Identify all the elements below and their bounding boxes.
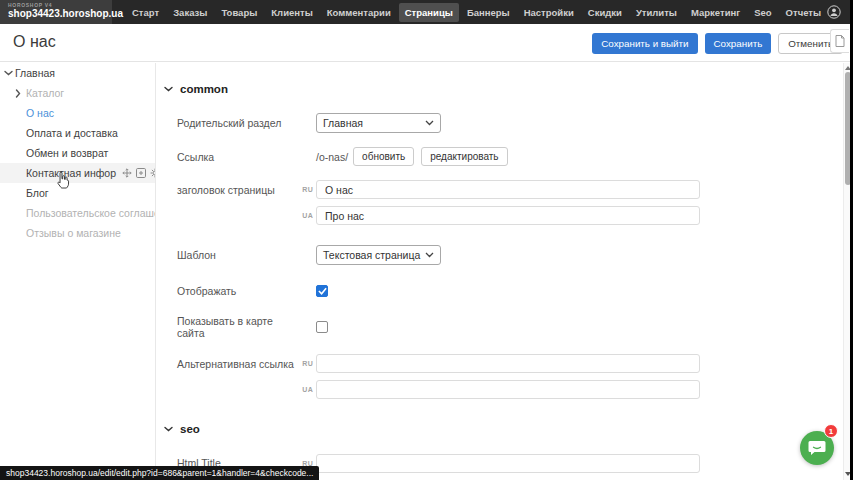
sidebar-item-label: Каталог [26,87,64,99]
chat-badge: 1 [824,424,838,438]
sitemap-label: Показывать в карте сайта [177,315,296,339]
header-buttons: Сохранить и выйти Сохранить Отменить [592,33,843,54]
alt-link-ru-input[interactable] [316,354,700,373]
sidebar-item-katalog[interactable]: Каталог [0,83,155,103]
alt-link-ua-input[interactable] [316,380,700,399]
section-common-header[interactable]: common [157,82,843,96]
chevron-down-icon [164,426,173,432]
sidebar-item-obmen-i-vozvrat[interactable]: Обмен и возврат [0,143,155,163]
account-icon[interactable] [827,5,841,19]
sidebar-item-otzyvy-o-magazine[interactable]: Отзывы о магазине [0,223,155,243]
save-exit-button[interactable]: Сохранить и выйти [592,33,697,54]
check-icon [318,287,327,295]
top-nav: СтартЗаказыТоварыКлиентыКомментарииСтран… [126,3,827,22]
lang-ru-badge: RU [296,360,313,367]
lang-ua-badge: UA [296,386,313,393]
logo-domain: shop34423.horoshop.ua [8,8,112,20]
nav-item-start[interactable]: Старт [126,3,165,22]
sidebar-item-glavnaya[interactable]: Главная [0,63,155,83]
nav-item-utilities[interactable]: Утилиты [630,3,683,22]
sidebar-item-label: Отзывы о магазине [26,227,121,239]
lang-ua-badge: UA [296,212,313,219]
page-title-label: заголовок страницы [177,184,296,196]
sitemap-row: Показывать в карте сайта [157,315,843,339]
add-page-icon[interactable] [136,168,146,178]
save-button[interactable]: Сохранить [705,33,772,54]
section-common-title: common [180,83,228,95]
nav-item-orders[interactable]: Заказы [167,3,213,22]
sitemap-checkbox[interactable] [316,321,328,333]
sidebar-item-label: Оплата и доставка [26,127,118,139]
chat-bubble-icon [808,440,826,456]
chat-widget-button[interactable]: 1 [800,431,834,465]
tree-item-tools [122,168,155,178]
page-title-ru-row: заголовок страницы RU [157,180,843,199]
parent-section-label: Родительский раздел [177,117,296,129]
sidebar-item-o-nas[interactable]: О нас [0,103,155,123]
sidebar-item-label: Пользовательское соглашение [26,207,155,219]
page-title-ua-row: UA [157,206,843,225]
template-value: Текстовая страница [323,249,420,261]
chevron-down-icon [425,252,434,258]
sidebar-item-label: Блог [26,187,49,199]
status-url: shop34423.horoshop.ua/edit/edit.php?id=6… [0,466,319,480]
display-row: Отображать [157,284,843,297]
move-icon[interactable] [122,168,132,178]
template-select[interactable]: Текстовая страница [316,245,441,265]
sidebar-item-label: Главная [15,67,55,79]
chevron-down-icon[interactable] [4,70,15,76]
nav-item-discounts[interactable]: Скидки [582,3,628,22]
display-label: Отображать [177,285,296,297]
page-url: /o-nas/ [316,151,348,163]
sidebar-item-label: О нас [26,107,54,119]
parent-section-row: Родительский раздел Главная [157,113,843,133]
sidebar-item-oplata-i-dostavka[interactable]: Оплата и доставка [0,123,155,143]
document-icon [835,35,845,47]
alt-link-ua-row: UA [157,380,843,399]
sidebar-item-label: Обмен и возврат [26,147,108,159]
link-row: Ссылка /o-nas/ обновить редактировать [157,147,843,166]
page-title: О нас [13,33,56,51]
sidebar-item-blog[interactable]: Блог [0,183,155,203]
sidebar-item-polzovatelskoe-soglashenie[interactable]: Пользовательское соглашение [0,203,155,223]
nav-item-clients[interactable]: Клиенты [265,3,318,22]
chevron-down-icon [164,86,173,92]
lang-ru-badge: RU [296,186,313,193]
page-form: common Родительский раздел Главная Ссылк… [157,63,843,480]
horoshop-admin-screen: HOROSHOP V4 shop34423.horoshop.ua СтартЗ… [0,0,853,480]
template-row: Шаблон Текстовая страница [157,245,843,265]
page-title-ua-input[interactable] [316,206,700,225]
parent-section-value: Главная [323,117,363,129]
html-title-ru-input[interactable] [316,454,700,473]
nav-item-marketing[interactable]: Маркетинг [685,3,746,22]
link-edit-button[interactable]: редактировать [421,147,507,166]
nav-item-seo[interactable]: Seo [748,3,777,22]
nav-item-comments[interactable]: Комментарии [321,3,397,22]
chevron-down-icon [425,120,434,126]
pages-tree: ГлавнаяКаталогО насОплата и доставкаОбме… [0,63,156,480]
nav-item-products[interactable]: Товары [215,3,263,22]
chevron-right-icon[interactable] [15,89,26,98]
gear-icon[interactable] [150,168,155,178]
section-seo-title: seo [180,423,200,435]
parent-section-select[interactable]: Главная [316,113,441,133]
section-seo-header[interactable]: seo [157,422,843,436]
display-checkbox[interactable] [316,285,328,297]
nav-item-pages[interactable]: Страницы [399,3,459,22]
sidebar-item-kontaktnaya-infor[interactable]: Контактная инфор [0,163,155,183]
alt-link-ru-row: Альтернативная ссылка RU [157,354,843,373]
link-update-button[interactable]: обновить [353,147,414,166]
alt-link-label: Альтернативная ссылка [177,358,296,370]
logo[interactable]: HOROSHOP V4 shop34423.horoshop.ua [0,0,112,24]
sidebar-item-label: Контактная инфор [26,167,116,179]
link-label: Ссылка [177,151,296,163]
page-title-ru-input[interactable] [316,180,700,199]
topbar: HOROSHOP V4 shop34423.horoshop.ua СтартЗ… [0,0,853,24]
nav-item-banners[interactable]: Баннеры [461,3,516,22]
page-preview-button[interactable] [830,29,849,53]
nav-item-reports[interactable]: Отчеты [780,3,827,22]
nav-item-settings[interactable]: Настройки [518,3,580,22]
template-label: Шаблон [177,249,296,261]
